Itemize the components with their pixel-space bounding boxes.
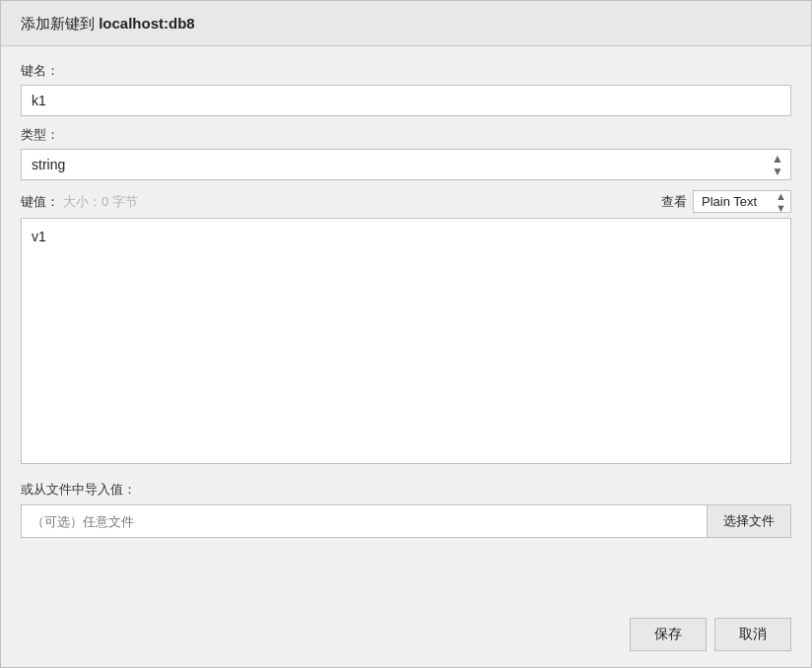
add-key-dialog: 添加新键到 localhost:db8 键名： 类型： string list …	[0, 0, 812, 668]
cancel-button[interactable]: 取消	[714, 618, 791, 651]
dialog-body: 键名： 类型： string list hash set zset ▲ ▼ 键	[1, 46, 811, 606]
dialog-title: 添加新键到 localhost:db8	[21, 15, 195, 32]
choose-file-button[interactable]: 选择文件	[707, 504, 791, 538]
save-button[interactable]: 保存	[630, 618, 707, 651]
value-label-right: 查看 Plain Text JSON Hex ▲ ▼	[661, 190, 791, 213]
plain-text-select-wrapper: Plain Text JSON Hex ▲ ▼	[693, 190, 791, 213]
dialog-header: 添加新键到 localhost:db8	[1, 1, 811, 46]
file-path-input[interactable]	[21, 504, 707, 538]
view-label: 查看	[661, 193, 687, 211]
file-import-row: 选择文件	[21, 504, 791, 538]
value-textarea-wrapper: v1	[21, 218, 791, 467]
value-textarea[interactable]: v1	[21, 218, 791, 464]
value-label-left: 键值： 大小：0 字节	[21, 193, 138, 211]
type-select-wrapper: string list hash set zset ▲ ▼	[21, 149, 791, 180]
value-label: 键值：	[21, 193, 59, 211]
type-select[interactable]: string list hash set zset	[21, 149, 791, 180]
title-prefix: 添加新键到	[21, 15, 99, 32]
dialog-footer: 保存 取消	[1, 606, 811, 667]
key-name-label: 键名：	[21, 62, 791, 80]
plain-text-select[interactable]: Plain Text JSON Hex	[693, 190, 791, 213]
value-size-hint: 大小：0 字节	[63, 193, 138, 211]
title-host: localhost:db8	[99, 15, 195, 32]
key-name-input[interactable]	[21, 85, 791, 116]
value-label-row: 键值： 大小：0 字节 查看 Plain Text JSON Hex ▲ ▼	[21, 190, 791, 213]
file-import-label: 或从文件中导入值：	[21, 481, 791, 499]
type-label: 类型：	[21, 126, 791, 144]
